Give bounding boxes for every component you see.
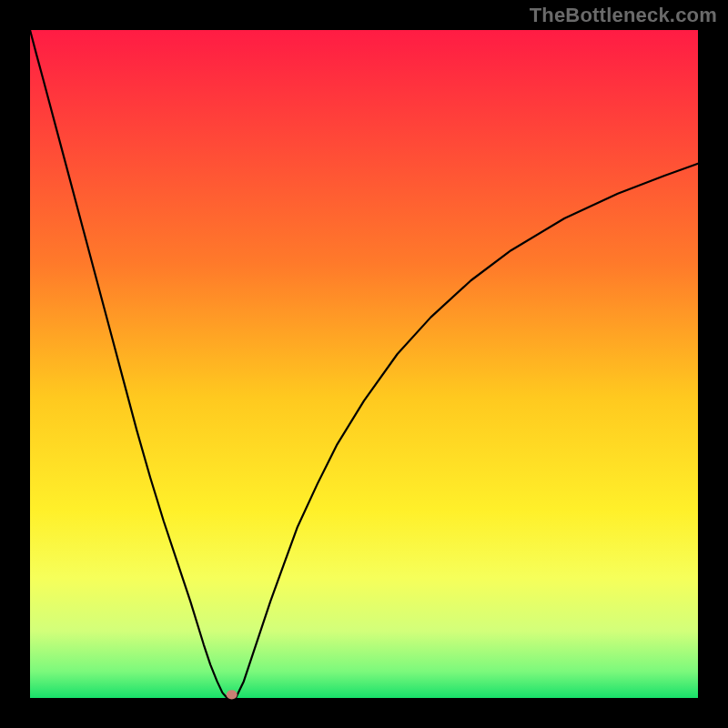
plot-area — [30, 30, 698, 698]
watermark-text: TheBottleneck.com — [530, 4, 717, 27]
bottleneck-chart — [0, 0, 728, 728]
optimal-marker — [227, 690, 238, 699]
